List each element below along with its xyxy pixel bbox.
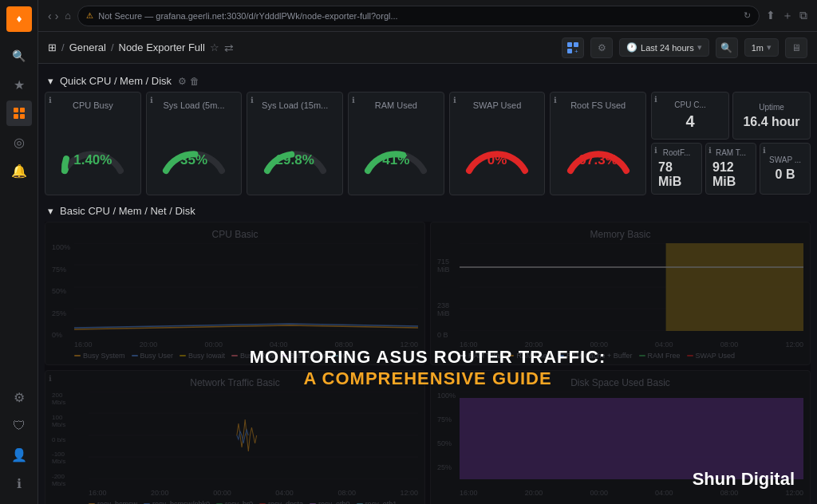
sidebar-alerts[interactable]: 🔔 [6, 158, 32, 183]
overlay-title: MONITORING ASUS ROUTER TRAFFIC: [250, 346, 606, 369]
gauge-root-fs: 97.3% [557, 113, 639, 188]
breadcrumb: ⊞ / General / Node Exporter Full ☆ ⇄ [48, 41, 234, 54]
section-basic-cpu[interactable]: ▾ Basic CPU / Mem / Net / Disk [45, 200, 811, 222]
info-row-top: ℹ CPU C... 4 Uptime 16.4 hour [651, 92, 811, 140]
info-title-swap: SWAP ... [769, 156, 801, 164]
panel-info-icon[interactable]: ℹ [49, 96, 52, 104]
panel-info-icon-7[interactable]: ℹ [654, 95, 657, 104]
refresh-picker[interactable]: 1m ▾ [744, 38, 779, 57]
sidebar-explore[interactable]: ◎ [6, 129, 32, 155]
refresh-label: 1m [752, 43, 764, 53]
cog-btn[interactable]: ⚙ [590, 37, 613, 58]
info-value-cpu-cores: 4 [685, 112, 694, 131]
panel-info-icon-10[interactable]: ℹ [763, 146, 766, 155]
svg-rect-6 [574, 42, 578, 47]
info-title-uptime: Uptime [759, 103, 784, 112]
breadcrumb-home-icon[interactable]: ⊞ [48, 41, 57, 53]
url-bar[interactable]: ⚠ Not Secure — grafana.geerli.net:3030/d… [77, 6, 760, 26]
info-title-cpu-cores: CPU C... [674, 100, 705, 109]
panel-info-icon-8[interactable]: ℹ [654, 146, 657, 155]
time-range-picker[interactable]: 🕐 Last 24 hours ▾ [619, 38, 709, 57]
nav-home[interactable]: ⌂ [65, 10, 71, 22]
gauge-sys-load-15m: 29.8% [254, 113, 336, 188]
add-panel-btn[interactable]: + [562, 37, 584, 58]
share-dashboard-icon[interactable]: ⇄ [224, 41, 234, 54]
dashboard-toolbar: ⊞ / General / Node Exporter Full ☆ ⇄ + ⚙… [38, 32, 817, 64]
refresh-icon[interactable]: ↻ [744, 10, 751, 21]
time-range-label: Last 24 hours [641, 43, 694, 53]
section-basic-chevron: ▾ [48, 205, 53, 217]
svg-rect-5 [567, 42, 572, 47]
share-icon[interactable]: ⬆ [766, 9, 776, 23]
panel-title-sys-load-5m: Sys Load (5m... [153, 100, 235, 110]
panel-ram-used: ℹ RAM Used 41% [348, 92, 444, 195]
section-trash-icon[interactable]: 🗑 [190, 76, 199, 87]
sidebar-search[interactable]: 🔍 [6, 43, 32, 69]
gauge-swap-used: 0% [456, 113, 539, 188]
panel-sys-load-5m: ℹ Sys Load (5m... 35% [146, 92, 243, 195]
svg-rect-4 [20, 114, 25, 119]
gauge-value-root-fs: 97.3% [579, 152, 618, 168]
nav-back[interactable]: ‹ [48, 10, 52, 22]
gauge-value-swap-used: 0% [487, 152, 507, 168]
sidebar-user[interactable]: 👤 [6, 442, 32, 467]
gauge-sys-load-5m: 35% [153, 113, 235, 188]
panel-title-cpu-busy: CPU Busy [52, 100, 134, 110]
breadcrumb-sep2: / [111, 41, 114, 53]
panel-info-icon-4[interactable]: ℹ [352, 96, 355, 104]
gauge-value-sys-load-15m: 29.8% [276, 152, 314, 168]
sidebar-settings[interactable]: ⚙ [6, 384, 32, 410]
info-value-ram-total: 912 MiB [712, 160, 749, 189]
favorite-icon[interactable]: ☆ [210, 41, 219, 53]
sidebar-shield[interactable]: 🛡 [6, 413, 32, 439]
panel-title-sys-load-15m: Sys Load (15m... [254, 100, 336, 110]
panel-swap-info: ℹ SWAP ... 0 B [760, 143, 811, 195]
sidebar-star[interactable]: ★ [6, 72, 32, 97]
breadcrumb-general[interactable]: General [69, 41, 106, 53]
gauge-wrap-sys-load-15m: 29.8% [259, 127, 331, 175]
section-quick-cpu[interactable]: ▾ Quick CPU / Mem / Disk ⚙ 🗑 [45, 70, 811, 92]
panel-swap-used: ℹ SWAP Used 0% [449, 92, 546, 195]
svg-rect-3 [14, 114, 18, 119]
panel-info-icon-2[interactable]: ℹ [150, 96, 153, 104]
svg-rect-7 [567, 49, 572, 53]
panel-info-icon-5[interactable]: ℹ [453, 96, 456, 104]
windows-icon[interactable]: ⧉ [799, 9, 807, 23]
toolbar-right: + ⚙ 🕐 Last 24 hours ▾ 🔍 1m ▾ 🖥 [562, 37, 807, 58]
section-chevron: ▾ [48, 75, 53, 87]
panel-uptime: Uptime 16.4 hour [732, 92, 811, 140]
info-title-root-fs: RootF... [663, 148, 690, 157]
section-action-icons: ⚙ 🗑 [178, 76, 199, 87]
new-tab-icon[interactable]: ＋ [782, 9, 793, 23]
section-label: Quick CPU / Mem / Disk [60, 75, 172, 87]
gauge-cpu-busy: 1.40% [52, 113, 134, 188]
section-basic-label: Basic CPU / Mem / Net / Disk [60, 205, 195, 217]
gauge-wrap-sys-load-5m: 35% [158, 127, 230, 175]
time-range-chevron: ▾ [697, 42, 702, 53]
zoom-out-btn[interactable]: 🔍 [716, 37, 738, 58]
panel-title-root-fs: Root FS Used [557, 100, 639, 110]
panel-root-fs: ℹ Root FS Used 97.3% [550, 92, 646, 195]
refresh-chevron: ▾ [767, 42, 772, 53]
url-text: Not Secure — grafana.geerli.net:3030/d/r… [98, 11, 397, 21]
security-icon: ⚠ [86, 11, 93, 20]
sidebar-info[interactable]: ℹ [6, 471, 32, 496]
gauge-wrap-root-fs: 97.3% [562, 127, 634, 175]
panel-info-icon-3[interactable]: ℹ [251, 96, 254, 104]
dashboard-body: ▾ Quick CPU / Mem / Disk ⚙ 🗑 ℹ CPU Busy [38, 64, 817, 504]
info-value-swap: 0 B [776, 167, 795, 182]
panel-info-icon-6[interactable]: ℹ [554, 96, 557, 104]
panel-ram-total: ℹ RAM T... 912 MiB [705, 143, 756, 195]
nav-forward[interactable]: › [55, 10, 59, 22]
panel-info-icon-9[interactable]: ℹ [708, 146, 712, 155]
info-value-root-fs: 78 MiB [658, 160, 695, 189]
tv-mode-btn[interactable]: 🖥 [785, 37, 807, 58]
overlay-branding: Shun Digital [693, 469, 795, 490]
sidebar-dashboards[interactable] [6, 100, 32, 126]
sidebar: 🔍 ★ ◎ 🔔 ⚙ 🛡 👤 ℹ [0, 0, 38, 504]
panel-sys-load-15m: ℹ Sys Load (15m... 29.8% [247, 92, 343, 195]
gauge-ram-used: 41% [355, 113, 437, 188]
section-gear-icon[interactable]: ⚙ [178, 76, 187, 87]
panel-root-fs-info: ℹ RootF... 78 MiB [651, 143, 702, 195]
app-logo[interactable] [6, 6, 32, 32]
